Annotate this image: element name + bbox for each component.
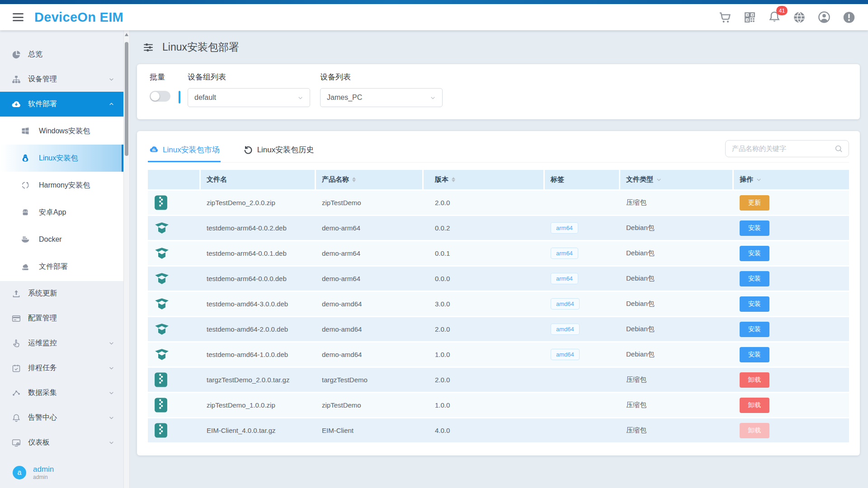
sidebar-item-harmony-package[interactable]: Harmony安装包 xyxy=(0,172,123,199)
sidebar-item-android-app[interactable]: 安卓App xyxy=(0,199,123,226)
debian-package-icon xyxy=(148,296,201,312)
device-group-value: default xyxy=(194,94,216,102)
product-name-cell: demo-amd64 xyxy=(316,351,424,358)
install-button[interactable]: 安装 xyxy=(740,296,769,312)
sidebar-item-config-management[interactable]: 配置管理 xyxy=(0,306,123,331)
file-name-cell: zipTestDemo_2.0.0.zip xyxy=(201,199,316,206)
file-type-cell: 压缩包 xyxy=(620,198,734,207)
sidebar-item-file-deployment[interactable]: 文件部署 xyxy=(0,253,123,280)
arch-tag: amd64 xyxy=(551,298,580,310)
sort-arrows-icon[interactable] xyxy=(352,177,356,182)
version-cell: 4.0.0 xyxy=(424,427,545,434)
action-cell: 卸载 xyxy=(734,372,849,388)
table-body: zipTestDemo_2.0.0.zipzipTestDemo2.0.0压缩包… xyxy=(148,191,849,444)
sidebar-item-label: Windows安装包 xyxy=(39,127,90,136)
windows-icon xyxy=(21,127,30,136)
install-button[interactable]: 安装 xyxy=(740,322,769,337)
language-globe-icon[interactable] xyxy=(793,11,806,23)
app-logo: DeviceOn EIM xyxy=(34,10,123,25)
sliders-icon xyxy=(142,42,154,53)
sidebar-item-label: 配置管理 xyxy=(28,314,57,323)
filter-chevron-down-icon[interactable] xyxy=(656,177,662,183)
update-button[interactable]: 更新 xyxy=(740,195,769,211)
notification-bell-icon[interactable]: 41 xyxy=(768,11,781,23)
sidebar-item-overview[interactable]: 总览 xyxy=(0,42,123,67)
product-name-cell: targzTestDemo xyxy=(316,376,424,384)
user-account-icon[interactable] xyxy=(818,11,830,23)
table-header-row: 文件名产品名称版本标签文件类型操作 xyxy=(148,170,849,191)
install-button[interactable]: 安装 xyxy=(740,271,769,286)
install-button[interactable]: 安装 xyxy=(740,221,769,236)
tag-cell: arm64 xyxy=(545,248,620,259)
qr-code-icon[interactable] xyxy=(743,11,756,23)
cart-icon[interactable] xyxy=(718,11,731,23)
column-header-action[interactable]: 操作 xyxy=(734,170,849,189)
sidebar-item-system-update[interactable]: 系统更新 xyxy=(0,281,123,306)
sidebar-item-dashboard[interactable]: 仪表板 xyxy=(0,430,123,455)
column-header-label: 操作 xyxy=(740,175,753,184)
batch-toggle[interactable] xyxy=(150,91,170,102)
sidebar-item-schedule-tasks[interactable]: 排程任务 xyxy=(0,356,123,380)
sidebar-item-ops-monitor[interactable]: 运维监控 xyxy=(0,331,123,356)
sidebar-item-software-deployment[interactable]: 软件部署 xyxy=(0,92,123,117)
table-row: testdemo-amd64-2.0.0.debdemo-amd642.0.0a… xyxy=(148,317,849,343)
sidebar-item-windows-package[interactable]: Windows安装包 xyxy=(0,117,123,145)
sidebar-item-data-collection[interactable]: 数据采集 xyxy=(0,380,123,405)
sidebar-item-label: Harmony安装包 xyxy=(39,181,90,190)
sort-arrows-icon[interactable] xyxy=(452,177,455,182)
file-type-cell: 压缩包 xyxy=(620,401,734,409)
version-cell: 3.0.0 xyxy=(424,300,545,308)
search-box[interactable] xyxy=(725,140,849,157)
upload-arrow-icon xyxy=(12,289,21,298)
install-button[interactable]: 安装 xyxy=(740,347,769,362)
filter-chevron-down-icon[interactable] xyxy=(756,177,762,183)
search-icon[interactable] xyxy=(834,144,843,153)
sidebar-item-device-management[interactable]: 设备管理 xyxy=(0,67,123,92)
device-group-label: 设备组列表 xyxy=(188,72,310,83)
sidebar-item-linux-package[interactable]: Linux安装包 xyxy=(0,145,123,172)
install-button[interactable]: 安装 xyxy=(740,246,769,261)
sidebar-item-label: 告警中心 xyxy=(28,413,57,422)
chevron-down-icon xyxy=(108,365,114,371)
arch-tag: amd64 xyxy=(551,349,580,360)
page-scrollbar[interactable] xyxy=(123,30,130,488)
table-row: testdemo-arm64-0.0.1.debdemo-arm640.0.1a… xyxy=(148,241,849,267)
file-deploy-icon xyxy=(21,262,30,271)
column-header-file_type[interactable]: 文件类型 xyxy=(620,170,734,189)
column-header-product[interactable]: 产品名称 xyxy=(316,170,424,189)
main-content: Linux安装包部署 批量 设备组列表 default 设备列表 James_P… xyxy=(130,30,868,488)
chevron-down-icon xyxy=(108,340,114,346)
uninstall-button[interactable]: 卸载 xyxy=(740,398,769,413)
app-header: DeviceOn EIM 41 xyxy=(0,4,868,30)
action-cell: 安装 xyxy=(734,347,849,362)
hamburger-menu-icon[interactable] xyxy=(13,13,24,21)
sidebar-item-docker[interactable]: Docker xyxy=(0,226,123,253)
file-type-cell: Debian包 xyxy=(620,325,734,333)
sidebar-nav: 总览设备管理软件部署Windows安装包Linux安装包Harmony安装包安卓… xyxy=(0,42,123,455)
calendar-check-icon xyxy=(12,364,21,373)
device-group-select[interactable]: default xyxy=(188,88,310,107)
file-name-cell: testdemo-amd64-3.0.0.deb xyxy=(201,300,316,308)
column-header-label: 标签 xyxy=(551,175,564,184)
sidebar-item-alert-center[interactable]: 告警中心 xyxy=(0,405,123,430)
tabs-row: Linux安装包市场Linux安装包历史 xyxy=(148,138,849,163)
search-input[interactable] xyxy=(731,144,834,153)
uninstall-button: 卸载 xyxy=(740,423,769,438)
tab-label: Linux安装包历史 xyxy=(257,145,314,155)
scrollbar-thumb[interactable] xyxy=(125,42,128,156)
sidebar-item-label: 系统更新 xyxy=(28,289,57,298)
file-type-cell: 压缩包 xyxy=(620,375,734,384)
device-list-select[interactable]: James_PC xyxy=(320,88,443,107)
system-alert-icon[interactable] xyxy=(843,11,855,23)
uninstall-button[interactable]: 卸载 xyxy=(740,372,769,388)
tab-linux-package-market[interactable]: Linux安装包市场 xyxy=(148,138,221,162)
action-cell: 安装 xyxy=(734,296,849,312)
sidebar-user-block[interactable]: a admin admin xyxy=(0,459,123,488)
header-icon-bar: 41 xyxy=(718,11,855,23)
column-header-version[interactable]: 版本 xyxy=(424,170,545,189)
scrollbar-up-arrow-icon[interactable] xyxy=(125,33,128,36)
sidebar-item-label: 仪表板 xyxy=(28,438,50,447)
action-cell: 安装 xyxy=(734,221,849,236)
arch-tag: arm64 xyxy=(551,273,578,284)
tab-linux-package-history[interactable]: Linux安装包历史 xyxy=(242,138,315,162)
